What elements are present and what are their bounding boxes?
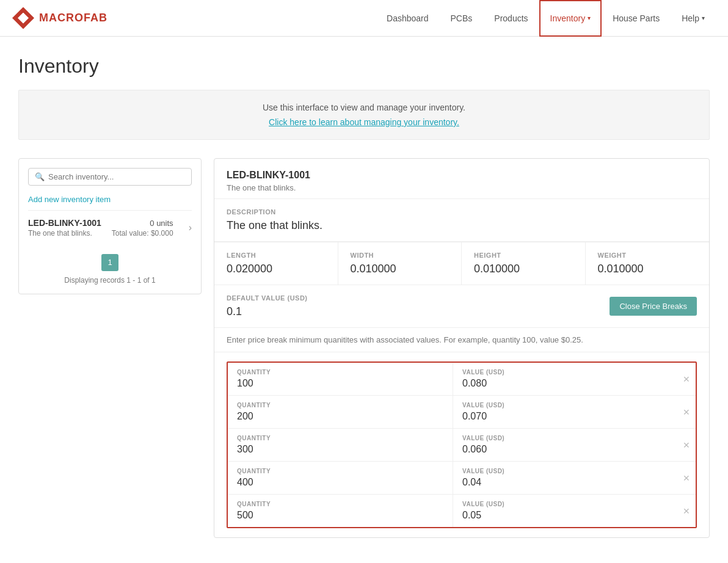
qty-label-1: QUANTITY	[237, 402, 443, 409]
height-cell: HEIGHT 0.010000	[462, 242, 586, 285]
nav-item-house-parts[interactable]: House Parts	[602, 0, 671, 37]
length-label: LENGTH	[227, 252, 326, 259]
pagination-area: 1 Displaying records 1 - 1 of 1	[28, 254, 192, 285]
remove-row-4-button[interactable]: ✕	[677, 495, 696, 527]
val-label-4: VALUE (USD)	[462, 501, 668, 507]
description-section: DESCRIPTION The one that blinks.	[214, 199, 709, 242]
val-label-1: VALUE (USD)	[462, 402, 668, 409]
qty-label-2: QUANTITY	[237, 435, 443, 441]
remove-row-2-button[interactable]: ✕	[677, 429, 696, 461]
val-label-0: VALUE (USD)	[462, 369, 668, 376]
height-value: 0.010000	[474, 263, 573, 275]
qty-value-3: 400	[237, 477, 443, 488]
default-value-group: DEFAULT VALUE (USD) 0.1	[227, 294, 308, 318]
dimensions-grid: LENGTH 0.020000 WIDTH 0.010000 HEIGHT 0.…	[214, 242, 709, 285]
nav-item-products[interactable]: Products	[483, 0, 539, 37]
brand-name: MACROFAB	[39, 12, 107, 24]
qty-label-4: QUANTITY	[237, 501, 443, 507]
qty-cell-0: QUANTITY 100	[228, 363, 453, 395]
price-break-row: QUANTITY 300 VALUE (USD) 0.060 ✕	[228, 429, 696, 462]
qty-value-1: 200	[237, 411, 443, 422]
navbar: MACROFAB Dashboard PCBs Products Invento…	[0, 0, 728, 37]
qty-value-0: 100	[237, 378, 443, 389]
val-cell-0: VALUE (USD) 0.080	[453, 363, 677, 395]
search-input[interactable]	[48, 172, 185, 181]
logo-diamond	[12, 7, 34, 29]
val-label-3: VALUE (USD)	[462, 468, 668, 474]
item-units: 0 units	[112, 219, 173, 228]
remove-row-1-button[interactable]: ✕	[677, 396, 696, 428]
price-break-row: QUANTITY 100 VALUE (USD) 0.080 ✕	[228, 363, 696, 396]
val-cell-4: VALUE (USD) 0.05	[453, 495, 677, 527]
logo[interactable]: MACROFAB	[12, 7, 107, 29]
length-value: 0.020000	[227, 263, 326, 275]
qty-value-2: 300	[237, 444, 443, 455]
left-panel: 🔍 Add new inventory item LED-BLINKY-1001…	[18, 158, 202, 294]
detail-header: LED-BLINKY-1001 The one that blinks.	[214, 159, 709, 199]
val-value-3: 0.04	[462, 477, 668, 488]
price-break-row: QUANTITY 400 VALUE (USD) 0.04 ✕	[228, 462, 696, 495]
width-label: WIDTH	[351, 252, 450, 259]
price-break-info-text: Enter price break minimum quanitites wit…	[214, 328, 709, 352]
inventory-item[interactable]: LED-BLINKY-1001 The one that blinks. 0 u…	[28, 210, 192, 245]
item-arrow-icon: ›	[189, 222, 192, 233]
val-value-0: 0.080	[462, 378, 668, 389]
info-banner-link[interactable]: Click here to learn about managing your …	[269, 117, 459, 127]
qty-label-3: QUANTITY	[237, 468, 443, 474]
remove-row-3-button[interactable]: ✕	[677, 462, 696, 494]
logo-inner	[18, 13, 29, 24]
item-info: LED-BLINKY-1001 The one that blinks.	[28, 218, 101, 238]
item-description: The one that blinks.	[28, 229, 101, 238]
info-banner: Use this interface to view and manage yo…	[18, 90, 710, 140]
nav-item-inventory[interactable]: Inventory ▾	[539, 0, 602, 37]
height-label: HEIGHT	[474, 252, 573, 259]
qty-cell-3: QUANTITY 400	[228, 462, 453, 494]
price-break-row: QUANTITY 500 VALUE (USD) 0.05 ✕	[228, 495, 696, 527]
nav-item-help[interactable]: Help ▾	[671, 0, 716, 37]
default-value-row: DEFAULT VALUE (USD) 0.1 Close Price Brea…	[214, 285, 709, 328]
add-new-inventory-link[interactable]: Add new inventory item	[28, 195, 192, 204]
search-icon: 🔍	[35, 172, 45, 181]
val-label-2: VALUE (USD)	[462, 435, 668, 441]
price-breaks-container: QUANTITY 100 VALUE (USD) 0.080 ✕ QUANTIT…	[227, 361, 697, 528]
price-break-row: QUANTITY 200 VALUE (USD) 0.070 ✕	[228, 396, 696, 429]
page-title: Inventory	[18, 55, 710, 78]
brand: MACROFAB	[12, 7, 107, 29]
val-cell-1: VALUE (USD) 0.070	[453, 396, 677, 428]
qty-cell-2: QUANTITY 300	[228, 429, 453, 461]
val-cell-2: VALUE (USD) 0.060	[453, 429, 677, 461]
val-value-2: 0.060	[462, 444, 668, 455]
page-1-button[interactable]: 1	[101, 254, 118, 271]
description-value: The one that blinks.	[227, 219, 697, 232]
qty-cell-1: QUANTITY 200	[228, 396, 453, 428]
description-label: DESCRIPTION	[227, 208, 697, 216]
close-price-breaks-button[interactable]: Close Price Breaks	[610, 297, 697, 316]
detail-item-id: LED-BLINKY-1001	[227, 170, 697, 181]
val-cell-3: VALUE (USD) 0.04	[453, 462, 677, 494]
length-cell: LENGTH 0.020000	[214, 242, 338, 285]
default-value-label: DEFAULT VALUE (USD)	[227, 294, 308, 302]
info-banner-text: Use this interface to view and manage yo…	[31, 103, 697, 112]
inventory-caret: ▾	[588, 15, 591, 21]
remove-row-0-button[interactable]: ✕	[677, 363, 696, 395]
help-caret: ▾	[702, 15, 705, 21]
item-name: LED-BLINKY-1001	[28, 218, 101, 228]
weight-value: 0.010000	[598, 263, 697, 275]
item-total-value: Total value: $0.000	[112, 229, 173, 238]
nav-item-dashboard[interactable]: Dashboard	[376, 0, 440, 37]
val-value-4: 0.05	[462, 510, 668, 521]
page-content: Inventory Use this interface to view and…	[0, 37, 728, 556]
nav-links: Dashboard PCBs Products Inventory ▾ Hous…	[376, 0, 716, 37]
qty-cell-4: QUANTITY 500	[228, 495, 453, 527]
width-cell: WIDTH 0.010000	[338, 242, 462, 285]
weight-label: WEIGHT	[598, 252, 697, 259]
pagination-display: Displaying records 1 - 1 of 1	[28, 276, 192, 285]
width-value: 0.010000	[351, 263, 450, 275]
qty-value-4: 500	[237, 510, 443, 521]
main-layout: 🔍 Add new inventory item LED-BLINKY-1001…	[18, 158, 710, 538]
nav-item-pcbs[interactable]: PCBs	[440, 0, 484, 37]
default-value: 0.1	[227, 305, 308, 318]
weight-cell: WEIGHT 0.010000	[586, 242, 710, 285]
detail-item-subtitle: The one that blinks.	[227, 183, 697, 192]
qty-label-0: QUANTITY	[237, 369, 443, 376]
